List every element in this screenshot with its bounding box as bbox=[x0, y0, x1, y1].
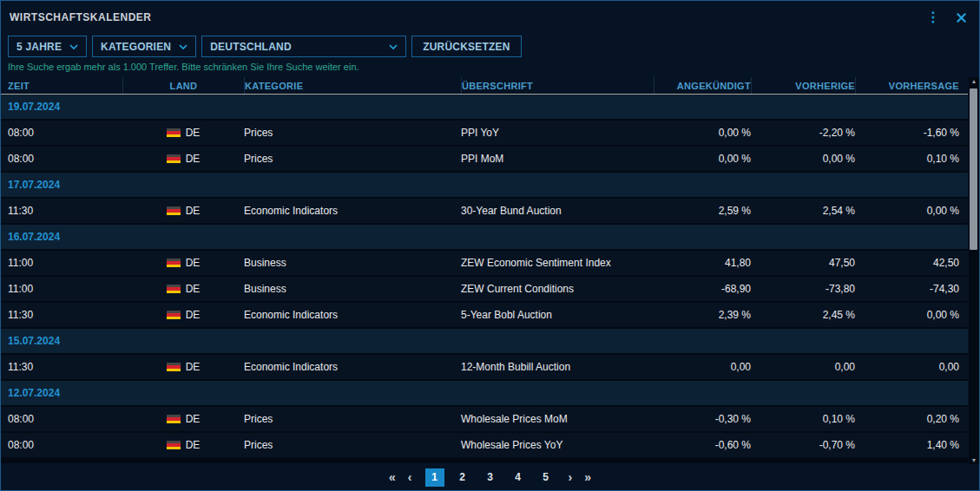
reset-button-label: ZURÜCKSETZEN bbox=[423, 41, 510, 53]
table-body: 19.07.202408:00DEPricesPPI YoY0,00 %-2,2… bbox=[1, 95, 968, 463]
scroll-down-icon[interactable]: ▼ bbox=[969, 457, 979, 463]
chevron-down-icon bbox=[179, 44, 187, 49]
table-row[interactable]: 11:30DEEconomic Indicators12-Month Bubil… bbox=[1, 355, 968, 379]
germany-flag-icon bbox=[167, 154, 181, 163]
cell-time: 08:00 bbox=[1, 433, 122, 457]
cell-category: Prices bbox=[244, 433, 461, 457]
cell-previous: 2,45 % bbox=[751, 303, 855, 327]
options-menu-icon[interactable]: ⋮ bbox=[926, 10, 940, 24]
pagination-bar: « ‹ 12345 › » bbox=[1, 464, 979, 490]
column-header-zeit[interactable]: ZEIT bbox=[1, 77, 122, 94]
germany-flag-icon bbox=[167, 363, 181, 371]
titlebar-actions: ⋮ bbox=[926, 10, 967, 24]
period-filter-dropdown[interactable]: 5 JAHRE bbox=[8, 36, 87, 57]
cell-headline: 5-Year Bobl Auction bbox=[461, 303, 654, 327]
prev-page-button[interactable]: ‹ bbox=[405, 470, 415, 484]
country-code: DE bbox=[186, 309, 201, 321]
window-title: WIRTSCHAFTSKALENDER bbox=[10, 11, 152, 23]
cell-headline: Wholesale Prices MoM bbox=[461, 407, 654, 431]
cell-previous: 47,50 bbox=[751, 251, 855, 275]
column-header-vorherige[interactable]: VORHERIGE bbox=[751, 77, 855, 94]
column-header-ueberschrift[interactable]: ÜBERSCHRIFT bbox=[461, 77, 654, 94]
country-code: DE bbox=[186, 127, 201, 139]
cell-forecast: 0,00 % bbox=[855, 303, 968, 327]
reset-button[interactable]: ZURÜCKSETZEN bbox=[411, 36, 521, 57]
germany-flag-icon bbox=[167, 311, 181, 319]
table-row[interactable]: 08:00DEPricesPPI YoY0,00 %-2,20 %-1,60 % bbox=[1, 121, 968, 145]
country-code: DE bbox=[186, 257, 201, 269]
cell-forecast: 1,40 % bbox=[855, 433, 968, 457]
country-code: DE bbox=[186, 283, 201, 295]
scroll-up-icon[interactable]: ▲ bbox=[969, 78, 979, 84]
page-button-3[interactable]: 3 bbox=[481, 468, 500, 487]
cell-headline: ZEW Current Conditions bbox=[461, 277, 654, 301]
page-button-4[interactable]: 4 bbox=[509, 468, 528, 487]
group-date-label: 19.07.2024 bbox=[8, 101, 60, 113]
country-code: DE bbox=[186, 361, 201, 373]
germany-flag-icon bbox=[167, 259, 181, 267]
cell-time: 08:00 bbox=[1, 121, 122, 145]
group-date-label: 17.07.2024 bbox=[8, 179, 60, 191]
next-page-button[interactable]: › bbox=[566, 470, 576, 484]
date-group-row: 17.07.2024 bbox=[1, 173, 968, 197]
group-date-label: 12.07.2024 bbox=[8, 387, 60, 399]
calendar-table: ZEIT LAND KATEGORIE ÜBERSCHRIFT ANGEKÜND… bbox=[1, 77, 979, 464]
country-code: DE bbox=[186, 205, 201, 217]
date-group-row: 12.07.2024 bbox=[1, 381, 968, 405]
table-row[interactable]: 08:00DEPricesWholesale Prices YoY-0,60 %… bbox=[1, 433, 968, 457]
cell-time: 11:30 bbox=[1, 199, 122, 223]
column-header-angekuendigt[interactable]: ANGEKÜNDIGT bbox=[654, 77, 751, 94]
vertical-scrollbar[interactable]: ▲ ▼ bbox=[969, 77, 979, 464]
cell-country: DE bbox=[122, 199, 244, 223]
scrollbar-thumb[interactable] bbox=[970, 88, 977, 250]
column-header-land[interactable]: LAND bbox=[122, 77, 244, 94]
germany-flag-icon bbox=[167, 206, 181, 215]
page-button-1[interactable]: 1 bbox=[425, 468, 444, 487]
table-row[interactable]: 11:30DEEconomic Indicators5-Year Bobl Au… bbox=[1, 303, 968, 327]
cell-country: DE bbox=[122, 355, 244, 379]
table-row[interactable]: 11:30DEEconomic Indicators30-Year Bund A… bbox=[1, 199, 968, 223]
cell-country: DE bbox=[122, 407, 244, 431]
close-icon[interactable] bbox=[956, 12, 967, 23]
first-page-button[interactable]: « bbox=[386, 470, 398, 484]
cell-country: DE bbox=[122, 303, 244, 327]
cell-previous: 0,00 % bbox=[751, 147, 855, 171]
cell-previous: 0,10 % bbox=[751, 407, 855, 431]
cell-headline: ZEW Economic Sentiment Index bbox=[461, 251, 654, 275]
category-filter-value: KATEGORIEN bbox=[101, 41, 171, 53]
table-row[interactable]: 11:00DEBusinessZEW Economic Sentiment In… bbox=[1, 251, 968, 275]
cell-category: Prices bbox=[244, 147, 461, 171]
cell-previous: -73,80 bbox=[751, 277, 855, 301]
cell-category: Business bbox=[244, 251, 461, 275]
chevron-down-icon bbox=[389, 44, 398, 49]
cell-headline: PPI MoM bbox=[461, 147, 654, 171]
country-filter-value: DEUTSCHLAND bbox=[210, 41, 292, 53]
last-page-button[interactable]: » bbox=[582, 470, 594, 484]
column-header-vorhersage[interactable]: VORHERSAGE bbox=[855, 77, 968, 94]
table-row[interactable]: 08:00DEPricesWholesale Prices MoM-0,30 %… bbox=[1, 407, 968, 431]
country-filter-dropdown[interactable]: DEUTSCHLAND bbox=[201, 36, 406, 57]
country-code: DE bbox=[186, 439, 201, 451]
cell-announced: -0,60 % bbox=[654, 433, 751, 457]
cell-time: 11:00 bbox=[1, 277, 122, 301]
cell-category: Business bbox=[244, 277, 461, 301]
cell-country: DE bbox=[122, 147, 244, 171]
cell-country: DE bbox=[122, 277, 244, 301]
table-row[interactable]: 11:00DEBusinessZEW Current Conditions-68… bbox=[1, 277, 968, 301]
cell-time: 08:00 bbox=[1, 407, 122, 431]
column-header-kategorie[interactable]: KATEGORIE bbox=[244, 77, 461, 94]
page-button-5[interactable]: 5 bbox=[536, 468, 556, 487]
date-group-row: 16.07.2024 bbox=[1, 225, 968, 249]
country-code: DE bbox=[186, 413, 201, 425]
cell-country: DE bbox=[122, 251, 244, 275]
cell-forecast: -74,30 bbox=[855, 277, 968, 301]
table-row[interactable]: 08:00DEPricesPPI MoM0,00 %0,00 %0,10 % bbox=[1, 147, 968, 171]
category-filter-dropdown[interactable]: KATEGORIEN bbox=[92, 36, 196, 57]
cell-announced: 0,00 bbox=[654, 355, 751, 379]
cell-category: Prices bbox=[244, 407, 461, 431]
cell-forecast: 0,10 % bbox=[855, 147, 968, 171]
germany-flag-icon bbox=[167, 441, 181, 449]
cell-country: DE bbox=[122, 433, 244, 457]
page-button-2[interactable]: 2 bbox=[453, 468, 472, 487]
cell-announced: -0,30 % bbox=[654, 407, 751, 431]
